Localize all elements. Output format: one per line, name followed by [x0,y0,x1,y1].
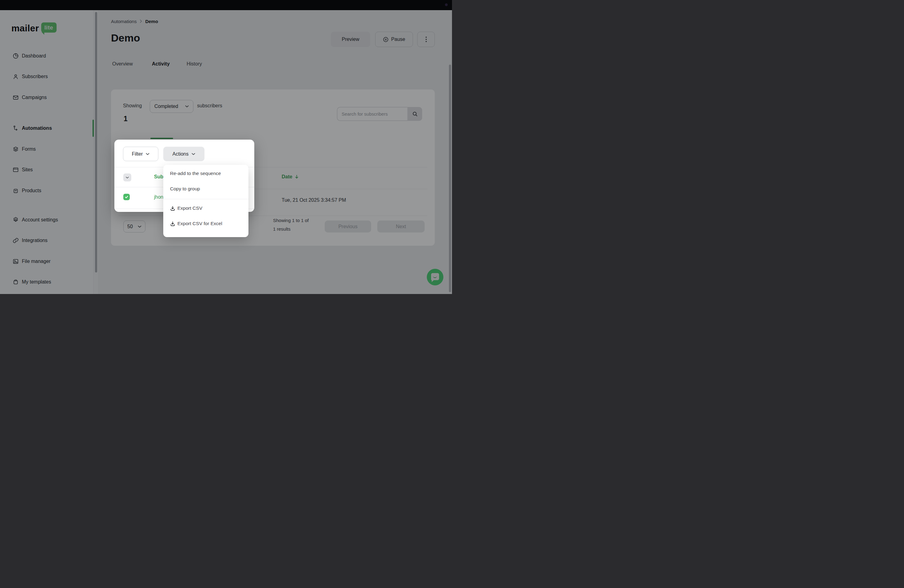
app-window: mailer lite Dashboard Subscribers Campai… [0,0,452,294]
subscriber-name-link[interactable]: jhon [154,194,163,200]
chevron-down-icon [191,153,195,155]
chevron-down-icon [146,153,149,155]
row-checkbox-checked[interactable] [123,194,130,200]
menu-item-export-csv[interactable]: Export CSV [163,201,248,215]
menu-item-re-add[interactable]: Re-add to the sequence [163,167,248,180]
select-all-dropdown[interactable] [123,174,131,182]
download-icon [170,206,175,211]
download-icon [170,221,175,226]
chevron-down-icon [125,177,129,179]
menu-item-copy-to-group[interactable]: Copy to group [163,182,248,196]
filter-button[interactable]: Filter [123,147,158,161]
menu-divider [163,199,248,199]
actions-button[interactable]: Actions [163,147,204,161]
menu-item-export-csv-excel[interactable]: Export CSV for Excel [163,217,248,230]
actions-dropdown-menu: Re-add to the sequence Copy to group Exp… [163,165,248,237]
check-icon [125,195,128,199]
